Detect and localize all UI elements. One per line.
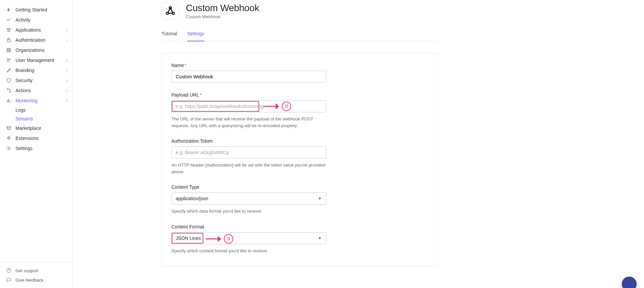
bars-icon bbox=[6, 98, 11, 103]
tabs: Tutorial Settings bbox=[162, 31, 438, 41]
sidebar-feedback-label: Give feedback bbox=[15, 278, 43, 283]
bolt-icon bbox=[6, 7, 11, 12]
sidebar-item-monitoring[interactable]: Monitoring › bbox=[0, 96, 72, 106]
sidebar-nav-list: Getting Started Activity Applications › … bbox=[0, 0, 72, 262]
grid-icon bbox=[6, 47, 11, 53]
sidebar-item-label: Branding bbox=[15, 68, 34, 73]
field-name: Name* bbox=[171, 63, 428, 83]
chevron-right-icon: › bbox=[66, 68, 68, 73]
title-block: Custom Webhook Custom Webhook bbox=[186, 3, 259, 19]
content-type-label: Content Type bbox=[171, 184, 428, 190]
tab-tutorial[interactable]: Tutorial bbox=[162, 31, 177, 41]
shield-icon bbox=[6, 78, 11, 83]
content: Custom Webhook Custom Webhook Tutorial S… bbox=[162, 0, 438, 288]
brush-icon bbox=[6, 68, 11, 73]
chevron-right-icon: › bbox=[66, 88, 68, 93]
chat-icon bbox=[6, 277, 11, 283]
payload-url-help: The URL of the server that will receive … bbox=[171, 116, 326, 129]
sidebar-item-label: User Management bbox=[15, 58, 54, 63]
sidebar-item-actions[interactable]: Actions › bbox=[0, 85, 72, 96]
sidebar-item-label: Settings bbox=[15, 146, 33, 151]
svg-rect-12 bbox=[7, 127, 11, 128]
field-payload-url: Payload URL* The URL of the server that … bbox=[171, 92, 428, 129]
tab-settings[interactable]: Settings bbox=[187, 31, 204, 41]
svg-rect-10 bbox=[8, 99, 9, 103]
label-text: Name bbox=[171, 63, 184, 68]
svg-point-13 bbox=[8, 148, 9, 149]
sidebar-item-settings[interactable]: Settings bbox=[0, 143, 72, 153]
sidebar-item-label: Marketplace bbox=[15, 125, 41, 131]
sidebar-feedback[interactable]: Give feedback bbox=[0, 275, 72, 285]
sidebar-item-label: Extensions bbox=[15, 136, 38, 141]
svg-point-5 bbox=[7, 59, 9, 60]
stack-icon bbox=[6, 27, 11, 33]
settings-card: Name* Payload URL* The URL of the server… bbox=[162, 53, 438, 266]
chevron-right-icon: › bbox=[66, 37, 68, 43]
sidebar-item-user-management[interactable]: User Management › bbox=[0, 55, 72, 65]
caret-icon: ▼ bbox=[318, 236, 322, 241]
label-text: Payload URL bbox=[171, 92, 199, 98]
sidebar-item-marketplace[interactable]: Marketplace bbox=[0, 123, 72, 133]
svg-rect-1 bbox=[7, 48, 8, 50]
sidebar-item-activity[interactable]: Activity bbox=[0, 15, 72, 25]
sidebar-subitem-label: Logs bbox=[15, 107, 26, 113]
svg-rect-2 bbox=[9, 48, 10, 50]
auth-token-help: An HTTP header [Authorization] will be s… bbox=[171, 162, 326, 175]
sidebar-item-label: Applications bbox=[15, 27, 41, 33]
sidebar-item-organizations[interactable]: Organizations bbox=[0, 45, 72, 55]
sidebar-item-branding[interactable]: Branding › bbox=[0, 65, 72, 75]
required-asterisk: * bbox=[200, 92, 202, 98]
sidebar: Getting Started Activity Applications › … bbox=[0, 0, 73, 288]
cart-icon bbox=[6, 125, 11, 131]
puzzle-icon bbox=[6, 136, 11, 141]
payload-url-input[interactable] bbox=[171, 100, 326, 112]
sidebar-item-getting-started[interactable]: Getting Started bbox=[0, 5, 72, 15]
content-format-select[interactable]: JSON Lines ▼ bbox=[171, 232, 326, 244]
svg-point-6 bbox=[9, 59, 10, 60]
payload-url-label: Payload URL* bbox=[171, 92, 428, 98]
required-asterisk: * bbox=[184, 63, 186, 68]
sidebar-item-label: Organizations bbox=[15, 47, 44, 53]
sidebar-item-authentication[interactable]: Authentication › bbox=[0, 35, 72, 45]
main-area: Custom Webhook Custom Webhook Tutorial S… bbox=[73, 0, 644, 288]
sidebar-item-label: Getting Started bbox=[15, 7, 47, 12]
auth-token-label: Authorization Token bbox=[171, 138, 428, 144]
chevron-right-icon: › bbox=[66, 58, 68, 63]
sidebar-bottom: Get support Give feedback bbox=[0, 262, 72, 288]
webhook-logo bbox=[162, 2, 179, 20]
name-input[interactable] bbox=[171, 71, 326, 83]
content-format-help: Specify which content format you'd like … bbox=[171, 248, 326, 254]
chevron-down-icon: › bbox=[64, 100, 69, 101]
field-content-format: Content Format JSON Lines ▼ Specify whic… bbox=[171, 224, 428, 254]
field-auth-token: Authorization Token An HTTP header [Auth… bbox=[171, 138, 428, 175]
svg-rect-11 bbox=[10, 101, 10, 103]
svg-rect-4 bbox=[9, 50, 10, 52]
tab-label: Settings bbox=[187, 31, 204, 36]
sidebar-item-security[interactable]: Security › bbox=[0, 75, 72, 85]
auth-token-input[interactable] bbox=[171, 146, 326, 158]
monitoring-sublist: Logs Streams bbox=[0, 106, 72, 123]
svg-rect-3 bbox=[7, 50, 8, 52]
svg-rect-9 bbox=[7, 100, 8, 103]
content-format-label: Content Format bbox=[171, 224, 428, 229]
sidebar-item-applications[interactable]: Applications › bbox=[0, 25, 72, 35]
sidebar-subitem-streams[interactable]: Streams bbox=[15, 114, 72, 123]
content-type-help: Specify which data format you'd like to … bbox=[171, 208, 326, 215]
flow-icon bbox=[6, 88, 11, 93]
sidebar-support[interactable]: Get support bbox=[0, 266, 72, 275]
sidebar-item-label: Security bbox=[15, 78, 33, 83]
help-icon bbox=[6, 268, 11, 273]
field-content-type: Content Type application/json ▼ Specify … bbox=[171, 184, 428, 215]
sidebar-item-extensions[interactable]: Extensions bbox=[0, 133, 72, 143]
sidebar-subitem-label: Streams bbox=[15, 116, 33, 121]
name-label: Name* bbox=[171, 63, 428, 68]
content-type-select[interactable]: application/json ▼ bbox=[171, 192, 326, 205]
tab-label: Tutorial bbox=[162, 31, 177, 36]
users-icon bbox=[6, 58, 11, 63]
page-subtitle: Custom Webhook bbox=[186, 14, 259, 19]
content-type-value: application/json bbox=[176, 196, 208, 201]
svg-point-8 bbox=[10, 92, 11, 93]
sidebar-subitem-logs[interactable]: Logs bbox=[15, 106, 72, 114]
caret-icon: ▼ bbox=[318, 196, 322, 201]
page-title: Custom Webhook bbox=[186, 3, 259, 13]
